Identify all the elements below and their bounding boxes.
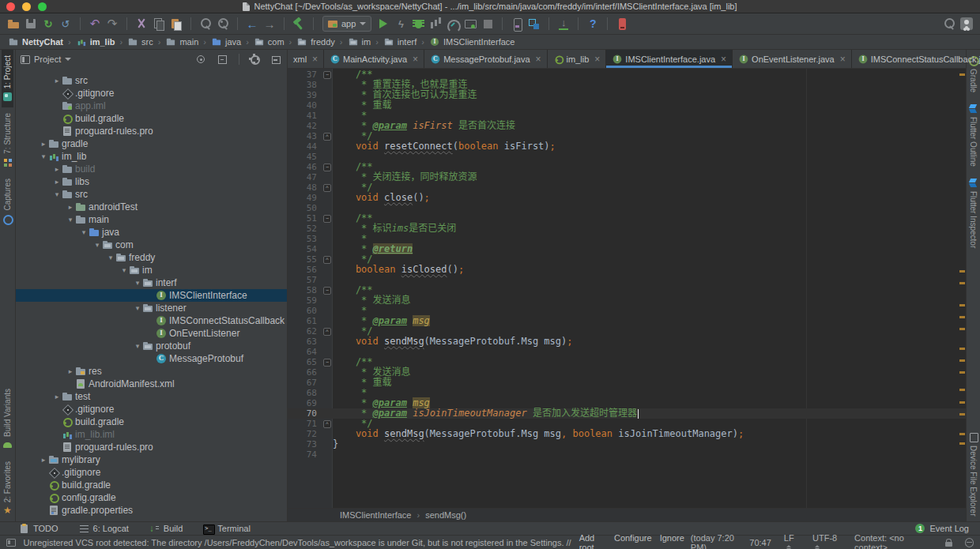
editor-tab-xml[interactable]: xml — [288, 50, 324, 68]
tree-collapsed-arrow-icon[interactable]: ▸ — [52, 178, 62, 186]
event-log-button[interactable]: 1 Event Log — [915, 524, 980, 533]
fold-marker-icon[interactable] — [322, 254, 333, 265]
fold-marker-icon[interactable] — [322, 213, 333, 224]
tree-collapsed-arrow-icon[interactable]: ▸ — [52, 393, 62, 400]
code-line[interactable]: 42 * @param isFirst 是否首次连接 — [288, 121, 966, 131]
tree-item[interactable]: ▾listener — [16, 302, 287, 314]
tree-expanded-arrow-icon[interactable]: ▾ — [106, 254, 115, 261]
settings-gear-icon[interactable] — [248, 53, 261, 66]
tree-item[interactable]: ▸res — [16, 365, 287, 378]
refresh-icon[interactable] — [57, 15, 74, 32]
fold-marker-icon[interactable] — [322, 162, 333, 172]
tree-item[interactable]: config.gradle — [16, 491, 287, 504]
breadcrumb-item-freddy[interactable]: freddy — [295, 36, 337, 47]
tree-collapsed-arrow-icon[interactable]: ▸ — [66, 203, 75, 211]
tree-item[interactable]: MessageProtobuf — [16, 352, 287, 365]
status-link-add-root[interactable]: Add root — [579, 533, 606, 549]
device-manager-icon[interactable] — [613, 15, 631, 32]
help-icon[interactable] — [584, 15, 601, 32]
tree-collapsed-arrow-icon[interactable]: ▸ — [39, 140, 48, 148]
tree-item[interactable]: ▸build — [16, 163, 287, 175]
breadcrumb-item-imsclientinterface[interactable]: IMSClientInterface — [428, 36, 516, 47]
tree-expanded-arrow-icon[interactable]: ▾ — [133, 342, 142, 350]
zoom-window-button[interactable] — [38, 2, 47, 11]
status-link-configure[interactable]: Configure — [614, 533, 652, 549]
tree-expanded-arrow-icon[interactable]: ▾ — [66, 216, 75, 224]
tree-item[interactable]: build.gradle — [16, 112, 287, 125]
breadcrumb-item-im_lib[interactable]: im_lib — [74, 36, 117, 47]
tree-item[interactable]: ▸test — [16, 390, 287, 403]
fold-marker-icon[interactable] — [322, 357, 333, 367]
breadcrumb-item-nettychat[interactable]: NettyChat — [6, 36, 65, 47]
hector-inspection-icon[interactable] — [965, 538, 974, 547]
tree-collapsed-arrow-icon[interactable]: ▸ — [66, 367, 75, 375]
fold-marker-icon[interactable] — [322, 326, 333, 337]
fold-marker-icon[interactable] — [322, 285, 333, 295]
close-icon[interactable] — [311, 54, 318, 65]
fold-marker-icon[interactable] — [322, 182, 333, 193]
tree-item[interactable]: ▾protobuf — [16, 340, 287, 352]
code-line[interactable]: 50 — [288, 203, 966, 213]
editor-tab-imsconnectstatuscallback-java[interactable]: IMSConnectStatusCallback.java — [852, 50, 980, 68]
copy-icon[interactable] — [150, 15, 168, 32]
redo-icon[interactable] — [104, 15, 121, 32]
tool-window-button-todo[interactable]: TODO — [19, 524, 58, 534]
tree-expanded-arrow-icon[interactable]: ▾ — [133, 279, 142, 287]
status-link-ignore[interactable]: Ignore — [660, 533, 684, 549]
error-stripe[interactable] — [958, 69, 966, 508]
tool-stripe-device-file-explorer[interactable]: Device File Explorer — [967, 427, 979, 521]
code-line[interactable]: 54 * @return — [288, 244, 966, 254]
code-editor[interactable]: 37 /**38 * 重置连接，也就是重连39 * 首次连接也可认为是重连40 … — [288, 69, 966, 508]
tool-window-button-build[interactable]: Build — [149, 524, 183, 534]
apply-changes-icon[interactable] — [392, 15, 409, 32]
attach-debugger-icon[interactable] — [462, 15, 479, 32]
code-line[interactable]: 47 * 关闭连接，同时释放资源 — [288, 172, 966, 182]
line-ending-widget[interactable]: LF — [784, 533, 800, 549]
tree-item[interactable]: ▾freddy — [16, 251, 287, 264]
code-line[interactable]: 74 — [288, 449, 966, 460]
tree-expanded-arrow-icon[interactable]: ▾ — [52, 190, 62, 198]
caret-position-widget[interactable]: 70:47 — [749, 538, 771, 547]
breadcrumb-item-com[interactable]: com — [252, 36, 286, 47]
close-window-button[interactable] — [6, 2, 15, 11]
tree-item[interactable]: im_lib.iml — [16, 428, 287, 441]
code-line[interactable]: 70 * @param isJoinTimeoutManager 是否加入发送超… — [288, 408, 966, 419]
context-widget[interactable]: Context: <no context> — [854, 533, 933, 549]
tree-item[interactable]: ▾main — [16, 213, 287, 226]
tool-window-toggle-icon[interactable] — [6, 539, 16, 547]
code-line[interactable]: 52 * 标识ims是否已关闭 — [288, 224, 966, 234]
replace-icon[interactable] — [214, 15, 232, 32]
tree-item[interactable]: .gitignore — [16, 466, 287, 479]
tree-expanded-arrow-icon[interactable]: ▾ — [133, 304, 142, 312]
avatar-icon[interactable] — [958, 15, 975, 32]
debug-icon[interactable] — [409, 15, 427, 32]
code-line[interactable]: 67 * 重载 — [288, 378, 966, 388]
run-icon[interactable] — [375, 15, 392, 32]
tool-stripe-flutter-outline[interactable]: Flutter Outline — [967, 98, 979, 172]
tree-item[interactable]: ▸src — [16, 74, 287, 87]
tool-window-button-terminal[interactable]: Terminal — [203, 524, 251, 534]
tree-item[interactable]: app.iml — [16, 100, 287, 112]
chevron-down-icon[interactable] — [65, 58, 71, 61]
code-line[interactable]: 40 * 重载 — [288, 100, 966, 111]
tool-window-button-6-logcat[interactable]: 6: Logcat — [79, 524, 129, 534]
tree-item[interactable]: IMSClientInterface — [16, 289, 287, 302]
title-bar[interactable]: NettyChat [~/DevTools/as_workspace/Netty… — [0, 0, 980, 13]
forward-icon[interactable] — [261, 15, 278, 32]
tool-stripe-captures[interactable]: Captures — [2, 173, 13, 230]
sdk-manager-icon[interactable] — [555, 15, 572, 32]
code-line[interactable]: 49 void close(); — [288, 193, 966, 203]
close-icon[interactable] — [411, 54, 418, 65]
avd-manager-icon[interactable] — [508, 15, 526, 32]
find-icon[interactable] — [197, 15, 214, 32]
editor-tab-messageprotobuf-java[interactable]: MessageProtobuf.java — [424, 50, 547, 68]
close-icon[interactable] — [719, 54, 726, 65]
tree-collapsed-arrow-icon[interactable]: ▸ — [52, 77, 62, 85]
minimize-window-button[interactable] — [22, 2, 31, 11]
tool-stripe-build-variants[interactable]: Build Variants — [2, 383, 13, 456]
tree-item[interactable]: ▾java — [16, 226, 287, 239]
undo-icon[interactable] — [86, 15, 104, 32]
breadcrumb-item-interf[interactable]: interf — [382, 36, 418, 47]
tree-item[interactable]: IMSConnectStatusCallback — [16, 314, 287, 327]
close-icon[interactable] — [593, 54, 600, 65]
